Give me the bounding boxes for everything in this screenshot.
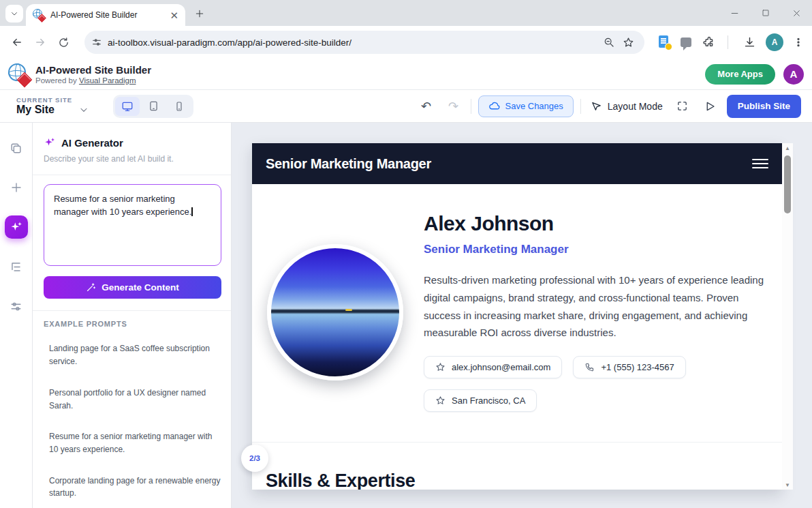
device-desktop-button[interactable] (115, 97, 140, 116)
chevron-down-icon (10, 10, 18, 18)
sidebar-rail (0, 123, 33, 508)
tab-search-button[interactable] (5, 5, 23, 23)
browser-menu-icon[interactable] (793, 37, 804, 48)
more-apps-button[interactable]: More Apps (705, 64, 775, 85)
reload-button[interactable] (52, 31, 75, 54)
example-prompt-item[interactable]: Landing page for a SaaS coffee subscript… (44, 342, 222, 368)
sidebar-item-add-section[interactable] (5, 176, 28, 199)
sidebar-item-ai-generator[interactable] (5, 215, 28, 239)
site-preview-canvas: Senior Marketing Manager Alex Johnson Se… (232, 123, 812, 508)
bookmark-button[interactable] (619, 31, 638, 54)
site-navbar: Senior Marketing Manager (252, 143, 782, 184)
url-bar[interactable]: ai-toolbox.visual-paradigm.com/app/ai-po… (84, 31, 644, 54)
site-dropdown-button[interactable] (79, 105, 89, 115)
window-minimize-button[interactable] (719, 0, 750, 26)
prompt-textarea[interactable]: Resume for a senior marketing manager wi… (44, 184, 221, 266)
play-icon (704, 100, 716, 113)
window-maximize-button[interactable] (750, 0, 781, 26)
minimize-icon (730, 9, 739, 18)
current-site[interactable]: CURRENT SITE My Site (16, 96, 72, 116)
preview-play-button[interactable] (700, 96, 720, 117)
location-chip[interactable]: San Francisco, CA (424, 389, 537, 412)
sidebar-item-outline[interactable] (5, 255, 28, 278)
browser-tab[interactable]: AI-Powered Site Builder ✕ (26, 4, 185, 26)
site-navbar-title: Senior Marketing Manager (266, 156, 431, 172)
visual-paradigm-link[interactable]: Visual Paradigm (79, 76, 136, 85)
divider (728, 35, 730, 49)
scroll-up-arrow[interactable]: ▲ (782, 143, 793, 153)
hero-bio: Results-driven marketing professional wi… (424, 271, 770, 342)
sparkles-icon (10, 220, 23, 234)
hamburger-menu-icon[interactable] (752, 156, 768, 171)
site-settings-icon[interactable] (91, 37, 102, 48)
divider (471, 99, 471, 114)
current-site-label: CURRENT SITE (16, 96, 72, 104)
layout-mode-button[interactable]: Layout Mode (588, 100, 666, 112)
url-text[interactable]: ai-toolbox.visual-paradigm.com/app/ai-po… (108, 38, 599, 48)
cloud-icon (488, 100, 500, 112)
app-logo (8, 63, 30, 85)
sidebar-item-pages[interactable] (5, 136, 28, 160)
preview-scrollbar[interactable]: ▲ ▼ (782, 143, 793, 490)
ai-generator-panel: AI Generator Describe your site and let … (33, 123, 232, 508)
phone-icon (584, 362, 595, 372)
tab-title: AI-Powered Site Builder (50, 10, 164, 20)
editor-toolbar: CURRENT SITE My Site ↶ ↷ Save Changes La… (0, 90, 812, 123)
example-prompt-item[interactable]: Corporate landing page for a renewable e… (44, 475, 222, 500)
mobile-icon (174, 101, 185, 112)
window-close-button[interactable] (781, 0, 812, 26)
example-prompt-item[interactable]: Resume for a senior marketing manager wi… (44, 430, 222, 455)
star-icon (435, 395, 446, 406)
fullscreen-button[interactable] (672, 96, 693, 117)
example-prompt-item[interactable]: Personal portfolio for a UX designer nam… (44, 387, 222, 412)
undo-button[interactable]: ↶ (416, 96, 437, 117)
plus-icon (10, 181, 22, 194)
docs-extension-icon[interactable] (659, 35, 671, 49)
app-header: AI-Powered Site Builder Powered by Visua… (0, 59, 812, 90)
magic-wand-icon (86, 282, 96, 293)
app-user-avatar[interactable]: A (783, 64, 804, 85)
download-icon[interactable] (743, 36, 756, 49)
back-button[interactable] (5, 31, 29, 54)
scrollbar-thumb[interactable] (784, 155, 791, 213)
zoom-out-icon (604, 37, 614, 48)
divider (33, 310, 231, 311)
device-tablet-button[interactable] (141, 97, 166, 116)
section-divider (252, 442, 782, 443)
tree-list-icon (10, 260, 22, 273)
text-caret (191, 207, 193, 216)
reload-icon (58, 37, 69, 48)
forward-arrow-icon (34, 36, 46, 48)
extensions-puzzle-icon[interactable] (701, 36, 714, 49)
device-mobile-button[interactable] (167, 97, 191, 116)
close-icon (792, 9, 801, 18)
star-icon (435, 362, 446, 372)
scroll-down-arrow[interactable]: ▼ (782, 480, 793, 490)
plus-icon (195, 9, 204, 18)
save-changes-button[interactable]: Save Changes (478, 95, 574, 117)
phone-chip[interactable]: +1 (555) 123-4567 (573, 356, 685, 378)
generate-content-button[interactable]: Generate Content (44, 276, 221, 299)
zoom-out-button[interactable] (599, 31, 619, 54)
email-chip[interactable]: alex.johnson@email.com (424, 356, 562, 378)
favicon (33, 9, 45, 21)
new-tab-button[interactable] (192, 6, 207, 21)
forward-button[interactable] (29, 31, 52, 54)
cursor-icon (591, 100, 602, 112)
comment-extension-icon[interactable] (681, 38, 691, 47)
maximize-icon (762, 9, 770, 17)
tab-close-icon[interactable]: ✕ (170, 10, 178, 20)
browser-profile-avatar[interactable]: A (766, 33, 783, 51)
example-prompts-heading: EXAMPLE PROMPTS (44, 320, 222, 328)
powered-by: Powered by Visual Paradigm (35, 76, 151, 85)
section-badge[interactable]: 2/3 (241, 445, 268, 472)
tablet-icon (148, 100, 159, 112)
site-preview-page: Senior Marketing Manager Alex Johnson Se… (252, 143, 782, 490)
skills-section-title: Skills & Expertise (266, 470, 415, 490)
sliders-icon (10, 300, 22, 313)
sidebar-item-settings[interactable] (5, 295, 28, 318)
redo-button[interactable]: ↷ (443, 96, 464, 117)
profile-photo (267, 244, 403, 380)
star-icon (623, 37, 634, 48)
publish-site-button[interactable]: Publish Site (727, 95, 801, 118)
